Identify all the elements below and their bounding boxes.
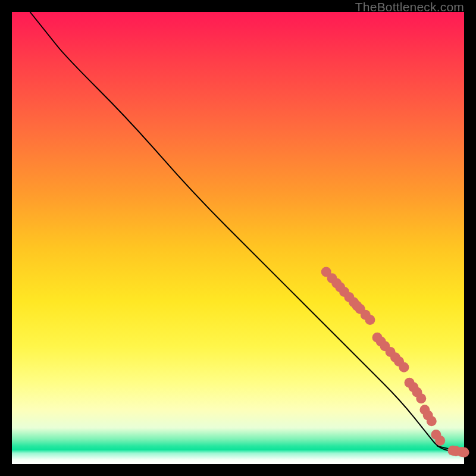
chart-frame: TheBottleneck.com: [0, 0, 476, 476]
data-marker: [365, 315, 375, 325]
marker-group: [321, 267, 469, 458]
data-marker: [435, 436, 445, 446]
data-marker: [427, 416, 437, 426]
data-marker: [399, 362, 409, 372]
chart-overlay: [12, 12, 464, 464]
data-marker: [352, 301, 362, 311]
data-marker: [459, 447, 469, 458]
bottleneck-curve: [30, 12, 464, 452]
watermark-label: TheBottleneck.com: [355, 0, 464, 14]
data-marker: [416, 393, 426, 403]
